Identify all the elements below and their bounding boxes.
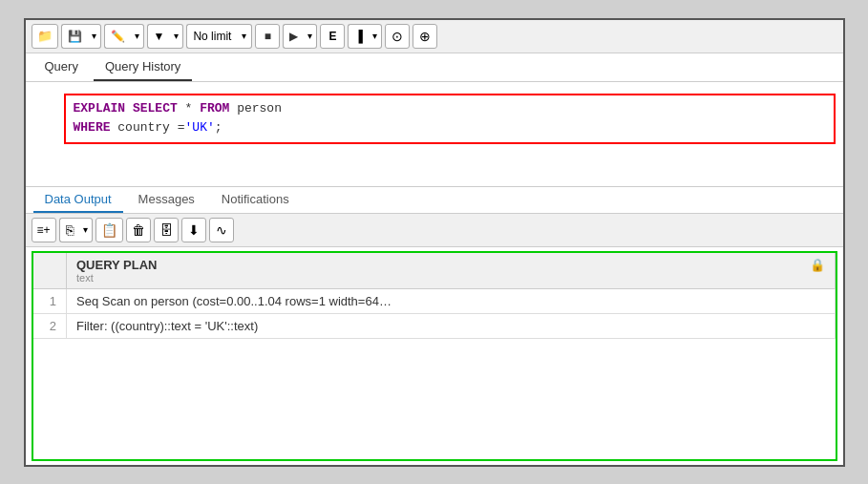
open-file-button[interactable]: 📁 bbox=[32, 24, 58, 49]
lock-icon: 🔒 bbox=[810, 258, 825, 272]
copy-icon: ⎘ bbox=[66, 222, 74, 238]
add-row-icon: ≡+ bbox=[37, 223, 51, 237]
no-limit-select[interactable]: No limit bbox=[186, 24, 237, 49]
results-table: QUERY PLAN 🔒 text 1 Seq Scan on person (… bbox=[33, 253, 836, 339]
tab-data-output[interactable]: Data Output bbox=[33, 187, 123, 213]
results-area: QUERY PLAN 🔒 text 1 Seq Scan on person (… bbox=[32, 251, 837, 461]
tab-query[interactable]: Query bbox=[33, 53, 90, 81]
copy-dropdown-arrow[interactable]: ▾ bbox=[79, 218, 93, 242]
filter-dropdown-arrow[interactable]: ▾ bbox=[170, 24, 183, 49]
edit-dropdown: ✏️ ▾ bbox=[104, 24, 144, 49]
table-row: 1 Seq Scan on person (cost=0.00..1.04 ro… bbox=[33, 288, 836, 313]
download-button[interactable]: ⬇ bbox=[181, 218, 206, 242]
save-icon: 💾 bbox=[68, 30, 82, 43]
graph-dropdown-arrow[interactable]: ▾ bbox=[369, 24, 382, 49]
database-icon: 🗄 bbox=[159, 222, 173, 238]
delete-button[interactable]: 🗑 bbox=[126, 218, 151, 242]
pencil-icon: ✏️ bbox=[111, 30, 125, 43]
chevron-down-icon: ▾ bbox=[92, 31, 96, 41]
copy-button[interactable]: ⎘ bbox=[59, 218, 79, 242]
filter-dropdown: ▼ ▾ bbox=[147, 24, 184, 49]
code-line-1: EXPLAIN SELECT * FROM person bbox=[74, 99, 826, 119]
query-plan-header: QUERY PLAN 🔒 text bbox=[67, 253, 836, 289]
download-icon: ⬇ bbox=[188, 222, 200, 238]
table-row: 2 Filter: ((country)::text = 'UK'::text) bbox=[33, 313, 836, 338]
save-button[interactable]: 💾 bbox=[61, 24, 88, 49]
copy-dropdown-group: ⎘ ▾ bbox=[59, 218, 93, 242]
add-row-button[interactable]: ≡+ bbox=[32, 218, 56, 242]
explain-button[interactable]: E bbox=[320, 24, 345, 49]
trash-icon: 🗑 bbox=[132, 222, 145, 238]
edit-button[interactable]: ✏️ bbox=[104, 24, 131, 49]
filter-button[interactable]: ▼ bbox=[147, 24, 171, 49]
graph-view-icon: ∿ bbox=[216, 222, 227, 238]
row-cell-1-1: Seq Scan on person (cost=0.00..1.04 rows… bbox=[67, 288, 836, 313]
code-line-2: WHERE country = 'UK' ; bbox=[74, 118, 826, 138]
chevron-down-icon-5: ▾ bbox=[307, 31, 312, 41]
chevron-down-icon-2: ▾ bbox=[135, 31, 139, 41]
save-dropdown: 💾 ▾ bbox=[61, 24, 101, 49]
db-connect-button[interactable]: ⊙ bbox=[385, 24, 410, 49]
graph-button[interactable]: ▐ bbox=[348, 24, 369, 49]
output-tabs: Data Output Messages Notifications bbox=[26, 187, 843, 214]
chart-icon: ▐ bbox=[354, 30, 363, 43]
run-dropdown-arrow[interactable]: ▾ bbox=[304, 24, 317, 49]
query-tabs: Query Query History bbox=[26, 53, 843, 82]
row-cell-2-1: Filter: ((country)::text = 'UK'::text) bbox=[67, 313, 836, 338]
code-editor[interactable]: EXPLAIN SELECT * FROM person WHERE count… bbox=[26, 82, 843, 187]
chevron-down-icon-6: ▾ bbox=[372, 31, 377, 41]
output-toolbar: ≡+ ⎘ ▾ 📋 🗑 🗄 ⬇ ∿ bbox=[26, 214, 843, 247]
filter-icon: ▼ bbox=[154, 30, 165, 43]
row-number-header bbox=[33, 253, 67, 289]
play-icon: ▶ bbox=[289, 30, 298, 43]
tab-notifications[interactable]: Notifications bbox=[210, 187, 301, 213]
graph-view-button[interactable]: ∿ bbox=[209, 218, 234, 242]
db-add-icon: ⊕ bbox=[419, 29, 431, 44]
import-button[interactable]: 🗄 bbox=[154, 218, 179, 242]
edit-dropdown-arrow[interactable]: ▾ bbox=[131, 24, 144, 49]
chevron-down-icon-3: ▾ bbox=[174, 31, 179, 41]
save-dropdown-arrow[interactable]: ▾ bbox=[88, 24, 101, 49]
stop-icon: ■ bbox=[265, 30, 271, 43]
row-number-1: 1 bbox=[33, 288, 67, 313]
tab-query-history[interactable]: Query History bbox=[94, 53, 192, 81]
db-connect-icon: ⊙ bbox=[392, 29, 403, 44]
db-add-button[interactable]: ⊕ bbox=[413, 24, 437, 49]
main-window: 📁 💾 ▾ ✏️ ▾ ▼ ▾ N bbox=[24, 18, 845, 467]
stop-button[interactable]: ■ bbox=[255, 24, 280, 49]
explain-icon: E bbox=[328, 30, 336, 43]
chevron-down-icon-7: ▾ bbox=[83, 224, 88, 235]
no-limit-arrow[interactable]: ▾ bbox=[237, 24, 252, 49]
run-button[interactable]: ▶ bbox=[283, 24, 304, 49]
toolbar: 📁 💾 ▾ ✏️ ▾ ▼ ▾ N bbox=[26, 20, 843, 53]
tab-messages[interactable]: Messages bbox=[127, 187, 206, 213]
run-dropdown: ▶ ▾ bbox=[283, 24, 317, 49]
chevron-down-icon-4: ▾ bbox=[242, 31, 246, 41]
no-limit-dropdown: No limit ▾ bbox=[186, 24, 252, 49]
folder-icon: 📁 bbox=[37, 29, 53, 43]
row-number-2: 2 bbox=[33, 313, 67, 338]
graph-dropdown: ▐ ▾ bbox=[348, 24, 382, 49]
code-highlight-box: EXPLAIN SELECT * FROM person WHERE count… bbox=[64, 94, 836, 145]
paste-icon: 📋 bbox=[101, 222, 117, 238]
paste-button[interactable]: 📋 bbox=[95, 218, 123, 242]
